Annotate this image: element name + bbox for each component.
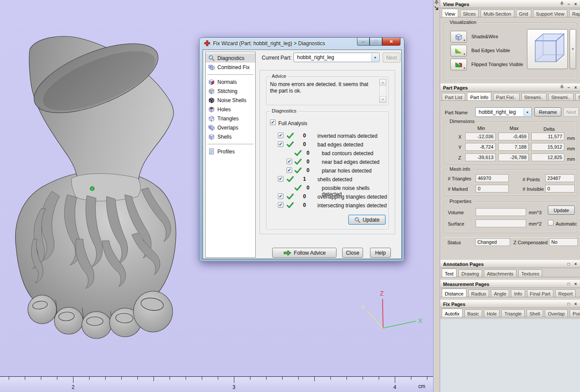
diagnostics-update-button[interactable]: Update [348, 215, 386, 225]
tab-hole[interactable]: Hole [484, 309, 500, 317]
tab-radius[interactable]: Radius [468, 289, 489, 297]
scroll-down-icon[interactable]: ▼ [380, 96, 386, 103]
tab-angle[interactable]: Angle [491, 289, 509, 297]
tab-rapidfit-view[interactable]: Rapidfit View [569, 10, 580, 17]
sidebar-item-combined-fix[interactable]: Combined Fix [206, 63, 255, 72]
sidebar-item-noise-shells[interactable]: Noise Shells [206, 96, 255, 105]
tab-final-part[interactable]: Final Part [527, 289, 553, 297]
close-icon[interactable]: × [573, 281, 579, 287]
help-button[interactable]: Help [370, 248, 391, 258]
y-delta-field: 15,912 [531, 143, 564, 151]
minimize-button[interactable]: – [357, 38, 370, 46]
dialog-titlebar[interactable]: Fix Wizard (Part: hobbit_right_leg) > Di… [204, 40, 325, 47]
tab-scenes[interactable]: Scenes [575, 93, 580, 101]
advice-scrollbar[interactable]: ▲ ▼ [379, 79, 387, 103]
shade-wire-button[interactable]: ▼ [450, 31, 467, 43]
next-button[interactable]: Next [563, 107, 579, 116]
close-icon[interactable]: × [573, 85, 579, 91]
bad-edges-visible-button[interactable]: ▼ [450, 45, 467, 56]
row-checkbox[interactable]: ✔ [278, 202, 283, 208]
sidebar-item-normals[interactable]: Normals [206, 77, 255, 86]
tab-streaming-1[interactable]: Streami.. [521, 93, 547, 101]
tab-part-fixing[interactable]: Part Fixi.. [493, 93, 519, 101]
tab-multi-section[interactable]: Multi-Section [480, 10, 514, 17]
application-window: Z Y X 2 3 4 cm View Pages [0, 0, 580, 392]
sidebar-item-diagnostics[interactable]: Diagnostics [206, 53, 255, 63]
row-checkbox[interactable]: ✔ [287, 159, 292, 164]
full-analysis-checkbox[interactable]: ✔ [270, 120, 276, 125]
sidebar-item-overlaps[interactable]: Overlaps [206, 123, 255, 132]
rename-button[interactable]: Rename [534, 107, 561, 116]
tab-part-info[interactable]: Part Info [467, 92, 491, 101]
float-icon[interactable]: □ [566, 261, 572, 267]
current-part-combobox[interactable]: hobbit_right_leg ▼ [293, 53, 380, 62]
tab-support-view[interactable]: Support View [533, 10, 567, 17]
part-name-combobox[interactable]: hobbit_right_leg ▼ [475, 107, 532, 117]
flipped-triangles-button[interactable]: ▼ [450, 59, 467, 70]
tab-shell[interactable]: Shell [527, 309, 543, 317]
close-icon[interactable]: × [573, 1, 579, 7]
tab-distance[interactable]: Distance [442, 289, 467, 297]
tab-autofix[interactable]: Autofix [442, 309, 463, 317]
tab-streaming-2[interactable]: Streami.. [548, 93, 573, 101]
tab-view[interactable]: View [442, 9, 458, 17]
z-compensated-field: No [549, 238, 578, 246]
tab-text[interactable]: Text [442, 269, 457, 277]
automatic-checkbox[interactable] [548, 220, 553, 226]
tab-attachments[interactable]: Attachments [484, 269, 517, 277]
tab-drawing[interactable]: Drawing [458, 269, 482, 277]
row-checkbox[interactable]: ✔ [278, 193, 283, 199]
tab-report[interactable]: Report [555, 289, 576, 297]
tab-point[interactable]: Point [570, 309, 580, 317]
minimize-icon[interactable]: – [566, 85, 572, 91]
sidebar-item-triangles[interactable]: Triangles [206, 114, 255, 123]
surface-field[interactable] [476, 219, 526, 227]
sidebar-item-shells[interactable]: Shells [206, 132, 255, 141]
autohide-arrow-icon[interactable] [433, 6, 440, 12]
view-pages-header[interactable]: View Pages – × [440, 0, 580, 8]
tab-basic[interactable]: Basic [464, 309, 482, 317]
minimize-icon[interactable]: – [566, 1, 572, 7]
close-button[interactable]: ✕ [382, 38, 400, 46]
tab-triangle[interactable]: Triangle [501, 309, 524, 317]
follow-advice-button[interactable]: Follow Advice [272, 248, 337, 258]
annotation-pages-header[interactable]: Annotation Pages □ × [440, 260, 580, 268]
float-icon[interactable]: □ [566, 281, 572, 287]
pin-icon[interactable] [433, 0, 440, 6]
sidebar-item-holes[interactable]: Holes [206, 105, 255, 114]
wizard-next-button[interactable]: Next [383, 53, 400, 63]
close-icon[interactable]: × [573, 301, 579, 307]
tab-info[interactable]: Info [511, 289, 525, 297]
row-checkbox[interactable]: ✔ [278, 176, 283, 182]
tab-textures[interactable]: Textures [518, 269, 543, 277]
surface-unit: mm^2 [529, 221, 542, 226]
scroll-up-icon[interactable]: ▲ [380, 79, 386, 86]
view-orientation-preview[interactable] [527, 29, 568, 69]
close-dialog-button[interactable]: Close [342, 248, 363, 258]
float-icon[interactable]: □ [566, 301, 572, 307]
tab-slices[interactable]: Slices [460, 10, 479, 17]
tab-part-list[interactable]: Part List [442, 93, 465, 101]
fix-wizard-dialog[interactable]: Fix Wizard (Part: hobbit_right_leg) > Di… [199, 37, 404, 262]
row-checkbox[interactable]: ✔ [287, 167, 292, 173]
properties-update-button[interactable]: Update [548, 206, 575, 215]
cube-icon [455, 33, 463, 41]
preview-dropdown-button[interactable]: ▼ [570, 29, 576, 69]
sidebar-item-profiles[interactable]: Profiles [206, 147, 255, 156]
row-label: overlapping triangles detected [317, 194, 387, 200]
row-checkbox[interactable]: ✔ [278, 133, 283, 138]
close-icon[interactable]: × [573, 261, 579, 267]
measurement-pages-header[interactable]: Measurement Pages □ × [440, 280, 580, 288]
pin-icon[interactable] [559, 85, 565, 91]
tab-grid[interactable]: Grid [516, 10, 531, 17]
hobbit-foot-model[interactable] [11, 35, 180, 339]
row-checkbox[interactable]: ✔ [278, 141, 283, 147]
sidebar-item-stitching[interactable]: Stitching [206, 86, 255, 96]
tab-overlap[interactable]: Overlap [545, 309, 568, 317]
maximize-button[interactable]: ▢ [370, 38, 382, 46]
triangles-field: 46970 [476, 174, 509, 182]
pin-icon[interactable] [559, 1, 565, 7]
part-pages-header[interactable]: Part Pages – × [440, 83, 580, 92]
fix-pages-header[interactable]: Fix Pages □ × [440, 300, 580, 308]
volume-field[interactable] [476, 208, 526, 216]
